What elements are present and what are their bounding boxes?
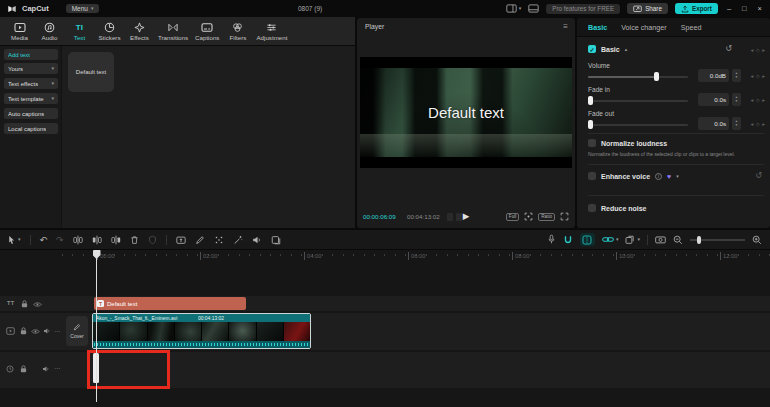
freeze-frame-button[interactable] [214, 235, 224, 245]
volume-stepper[interactable]: ▴▾ [732, 69, 741, 82]
more-options-icon[interactable]: ⋯ [54, 327, 61, 334]
keyframe-nav[interactable]: ◂◇▸ [751, 47, 765, 53]
reduce-noise-checkbox[interactable] [588, 204, 596, 212]
full-button[interactable]: Full [506, 213, 519, 221]
tab-captions[interactable]: Captions [193, 22, 221, 41]
keyframe-nav[interactable]: ◂◇▸ [751, 121, 765, 127]
collapse-icon[interactable]: ▴ [625, 47, 628, 52]
tab-stickers[interactable]: Stickers [96, 22, 123, 41]
lock-icon[interactable] [20, 365, 27, 373]
layout-mode-button[interactable]: ▾ [506, 4, 522, 13]
eye-icon[interactable] [33, 301, 42, 308]
draw-button[interactable] [195, 235, 205, 245]
keyframe-nav[interactable]: ◂◇▸ [751, 97, 765, 103]
player-menu-icon[interactable]: ≡ [563, 22, 568, 31]
fade-out-slider[interactable] [588, 120, 688, 129]
magic-wand-icon[interactable] [233, 235, 243, 245]
lock-icon[interactable] [21, 300, 28, 308]
volume-slider[interactable] [588, 72, 688, 81]
auto-linking-icon[interactable]: ▾ [602, 235, 619, 244]
zoom-out-icon[interactable] [673, 235, 683, 245]
zoom-in-icon[interactable] [752, 235, 762, 245]
share-button[interactable]: Share [627, 3, 668, 14]
edit-cover-button[interactable]: Cover [66, 316, 88, 346]
mute-track-icon[interactable] [252, 235, 262, 245]
basic-section-label: Basic [601, 46, 620, 53]
pro-features-button[interactable]: Pro features for FREE [546, 4, 620, 14]
tab-text[interactable]: TI Text [66, 22, 93, 41]
keyframe-diamond-icon: ◇ [756, 47, 760, 53]
tab-basic[interactable]: Basic [588, 23, 607, 32]
keyframe-nav[interactable]: ◂◇▸ [751, 73, 765, 79]
volume-value[interactable]: 0.0dB [698, 69, 729, 82]
sidebar-item-text-effects[interactable]: Text effects▾ [4, 78, 58, 89]
track-options-icon[interactable]: ▾ [625, 235, 640, 245]
speaker-icon[interactable] [43, 327, 51, 335]
fullscreen-icon[interactable] [560, 212, 569, 221]
menu-button[interactable]: Menu ▾ [66, 4, 100, 13]
export-frame-button[interactable] [176, 235, 186, 245]
chevron-down-icon[interactable]: ▾ [676, 174, 679, 179]
reset-icon[interactable]: ↺ [725, 44, 732, 53]
mask-icon[interactable] [148, 235, 157, 245]
divider [647, 235, 648, 245]
transitions-icon [167, 22, 179, 33]
panel-layout-button[interactable] [528, 4, 539, 13]
tab-audio[interactable]: Audio [36, 22, 63, 41]
sidebar-item-text-template[interactable]: Text template▾ [4, 93, 58, 104]
more-options-icon[interactable]: ⋯ [54, 364, 61, 371]
tab-adjustment[interactable]: Adjustment [254, 22, 289, 41]
tab-voice-changer[interactable]: Voice changer [621, 23, 667, 32]
red-highlight-box [87, 350, 170, 389]
timeline-zoom-slider[interactable] [690, 235, 745, 244]
select-tool-button[interactable]: ▾ [7, 235, 21, 245]
sidebar-item-local-captions[interactable]: Local captions [4, 123, 58, 134]
ratio-button[interactable]: Ratio [538, 213, 555, 221]
undo-button[interactable]: ↶ [40, 235, 48, 245]
video-clip[interactable]: Akon_-_Smack_That_ft._Eminem.avi 00:04:1… [92, 313, 311, 349]
play-button[interactable]: ▶ [463, 211, 470, 221]
frame-forward-button[interactable] [456, 213, 462, 221]
basic-checkbox[interactable]: ✓ [588, 45, 596, 53]
split-button[interactable] [73, 235, 83, 245]
tab-effects[interactable]: Effects [126, 22, 153, 41]
eye-icon[interactable] [31, 328, 40, 335]
default-text-card[interactable]: Default text [68, 52, 114, 92]
normalize-loudness-checkbox[interactable] [588, 139, 596, 147]
delete-left-button[interactable] [92, 235, 102, 245]
video-preview[interactable]: Default text [360, 57, 572, 168]
maximize-button[interactable]: □ [740, 4, 749, 13]
camera-preview-icon[interactable] [655, 235, 666, 244]
tab-transitions[interactable]: Transitions [156, 22, 190, 41]
sidebar-item-auto-captions[interactable]: Auto captions [4, 108, 58, 119]
lock-icon[interactable] [20, 327, 27, 335]
preview-axis-icon[interactable] [580, 233, 595, 246]
close-button[interactable]: × [756, 4, 764, 13]
delete-right-button[interactable] [111, 235, 121, 245]
preview-text-overlay[interactable]: Default text [360, 104, 572, 121]
magnet-snapping-icon[interactable] [563, 235, 573, 245]
reset-icon[interactable]: ↺ [755, 171, 762, 180]
fade-out-value[interactable]: 0.0s [698, 117, 729, 130]
tab-filters[interactable]: Filters [224, 22, 251, 41]
minimize-button[interactable]: – [725, 4, 733, 13]
delete-button[interactable] [130, 235, 139, 245]
text-clip[interactable]: T Default text [94, 297, 246, 310]
enhance-voice-checkbox[interactable] [588, 172, 596, 180]
fade-out-stepper[interactable]: ▴▾ [732, 117, 741, 130]
export-button[interactable]: Export [675, 3, 718, 14]
playhead[interactable] [96, 250, 97, 402]
sidebar-item-add-text[interactable]: Add text [4, 49, 58, 60]
clipboard-icon[interactable] [271, 235, 281, 245]
tab-speed[interactable]: Speed [681, 23, 702, 32]
redo-button[interactable]: ↷ [56, 235, 64, 245]
fade-in-stepper[interactable]: ▴▾ [732, 93, 741, 106]
tab-media[interactable]: Media [6, 22, 33, 41]
record-voiceover-icon[interactable] [547, 234, 556, 245]
sidebar-item-yours[interactable]: Yours▾ [4, 63, 58, 74]
fade-in-value[interactable]: 0.0s [698, 93, 729, 106]
frame-backward-button[interactable] [447, 213, 453, 221]
fit-focus-icon[interactable] [524, 212, 533, 221]
speaker-icon[interactable] [42, 365, 50, 373]
fade-in-slider[interactable] [588, 96, 688, 105]
